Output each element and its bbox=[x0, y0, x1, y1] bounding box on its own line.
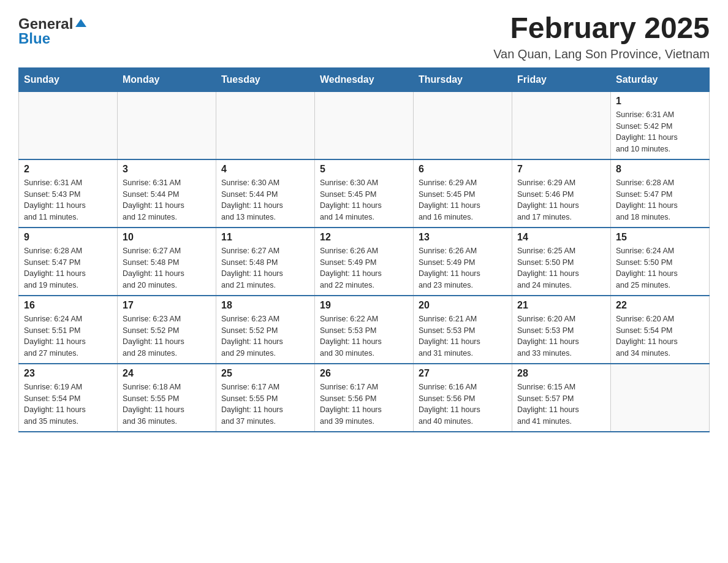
calendar-cell bbox=[19, 91, 118, 159]
day-number: 6 bbox=[419, 164, 507, 175]
day-info: Sunrise: 6:25 AMSunset: 5:50 PMDaylight:… bbox=[517, 247, 579, 289]
day-number: 11 bbox=[221, 232, 309, 243]
day-info: Sunrise: 6:28 AMSunset: 5:47 PMDaylight:… bbox=[24, 247, 86, 289]
weekday-header-monday: Monday bbox=[118, 67, 216, 91]
day-number: 13 bbox=[419, 232, 507, 243]
calendar-cell: 5Sunrise: 6:30 AMSunset: 5:45 PMDaylight… bbox=[315, 159, 414, 228]
day-number: 3 bbox=[123, 164, 211, 175]
weekday-header-sunday: Sunday bbox=[19, 67, 118, 91]
day-number: 2 bbox=[24, 164, 112, 175]
weekday-header-saturday: Saturday bbox=[611, 67, 710, 91]
day-info: Sunrise: 6:31 AMSunset: 5:44 PMDaylight:… bbox=[123, 178, 184, 221]
calendar-cell: 14Sunrise: 6:25 AMSunset: 5:50 PMDayligh… bbox=[512, 228, 611, 296]
calendar-cell: 13Sunrise: 6:26 AMSunset: 5:49 PMDayligh… bbox=[414, 228, 512, 296]
calendar-cell: 21Sunrise: 6:20 AMSunset: 5:53 PMDayligh… bbox=[512, 296, 611, 364]
calendar-cell: 4Sunrise: 6:30 AMSunset: 5:44 PMDaylight… bbox=[216, 159, 315, 228]
calendar-cell: 3Sunrise: 6:31 AMSunset: 5:44 PMDaylight… bbox=[118, 159, 216, 228]
calendar-cell: 1Sunrise: 6:31 AMSunset: 5:42 PMDaylight… bbox=[611, 91, 710, 159]
page-header: General Blue February 2025 Van Quan, Lan… bbox=[18, 12, 710, 61]
day-number: 8 bbox=[616, 164, 704, 175]
title-section: February 2025 Van Quan, Lang Son Provinc… bbox=[493, 12, 710, 61]
day-number: 20 bbox=[419, 300, 507, 311]
calendar-cell: 6Sunrise: 6:29 AMSunset: 5:45 PMDaylight… bbox=[414, 159, 512, 228]
day-info: Sunrise: 6:24 AMSunset: 5:51 PMDaylight:… bbox=[24, 315, 86, 358]
day-info: Sunrise: 6:30 AMSunset: 5:44 PMDaylight:… bbox=[221, 178, 283, 221]
logo-blue-text: Blue bbox=[18, 30, 50, 47]
calendar-week-row: 23Sunrise: 6:19 AMSunset: 5:54 PMDayligh… bbox=[19, 364, 710, 432]
logo-triangle-icon bbox=[75, 19, 86, 27]
day-info: Sunrise: 6:29 AMSunset: 5:45 PMDaylight:… bbox=[419, 178, 480, 221]
day-info: Sunrise: 6:27 AMSunset: 5:48 PMDaylight:… bbox=[123, 247, 184, 289]
calendar-table: SundayMondayTuesdayWednesdayThursdayFrid… bbox=[18, 67, 710, 432]
day-number: 21 bbox=[517, 300, 605, 311]
day-info: Sunrise: 6:26 AMSunset: 5:49 PMDaylight:… bbox=[320, 247, 382, 289]
day-info: Sunrise: 6:20 AMSunset: 5:54 PMDaylight:… bbox=[616, 315, 678, 358]
weekday-header-tuesday: Tuesday bbox=[216, 67, 315, 91]
calendar-cell: 7Sunrise: 6:29 AMSunset: 5:46 PMDaylight… bbox=[512, 159, 611, 228]
day-number: 16 bbox=[24, 300, 112, 311]
day-number: 12 bbox=[320, 232, 408, 243]
calendar-week-row: 1Sunrise: 6:31 AMSunset: 5:42 PMDaylight… bbox=[19, 91, 710, 159]
calendar-cell: 26Sunrise: 6:17 AMSunset: 5:56 PMDayligh… bbox=[315, 364, 414, 432]
calendar-week-row: 2Sunrise: 6:31 AMSunset: 5:43 PMDaylight… bbox=[19, 159, 710, 228]
main-title: February 2025 bbox=[493, 12, 710, 45]
calendar-cell bbox=[118, 91, 216, 159]
day-number: 1 bbox=[616, 96, 704, 107]
day-number: 18 bbox=[221, 300, 309, 311]
calendar-cell: 20Sunrise: 6:21 AMSunset: 5:53 PMDayligh… bbox=[414, 296, 512, 364]
day-info: Sunrise: 6:17 AMSunset: 5:55 PMDaylight:… bbox=[221, 383, 283, 426]
calendar-cell: 9Sunrise: 6:28 AMSunset: 5:47 PMDaylight… bbox=[19, 228, 118, 296]
day-number: 14 bbox=[517, 232, 605, 243]
day-info: Sunrise: 6:27 AMSunset: 5:48 PMDaylight:… bbox=[221, 247, 283, 289]
calendar-cell: 22Sunrise: 6:20 AMSunset: 5:54 PMDayligh… bbox=[611, 296, 710, 364]
calendar-cell: 8Sunrise: 6:28 AMSunset: 5:47 PMDaylight… bbox=[611, 159, 710, 228]
calendar-cell: 18Sunrise: 6:23 AMSunset: 5:52 PMDayligh… bbox=[216, 296, 315, 364]
calendar-cell bbox=[216, 91, 315, 159]
day-number: 27 bbox=[419, 368, 507, 379]
day-number: 24 bbox=[123, 368, 211, 379]
day-info: Sunrise: 6:30 AMSunset: 5:45 PMDaylight:… bbox=[320, 178, 382, 221]
calendar-cell: 28Sunrise: 6:15 AMSunset: 5:57 PMDayligh… bbox=[512, 364, 611, 432]
day-number: 28 bbox=[517, 368, 605, 379]
day-info: Sunrise: 6:24 AMSunset: 5:50 PMDaylight:… bbox=[616, 247, 678, 289]
calendar-week-row: 9Sunrise: 6:28 AMSunset: 5:47 PMDaylight… bbox=[19, 228, 710, 296]
calendar-header: SundayMondayTuesdayWednesdayThursdayFrid… bbox=[19, 67, 710, 91]
day-number: 23 bbox=[24, 368, 112, 379]
day-info: Sunrise: 6:19 AMSunset: 5:54 PMDaylight:… bbox=[24, 383, 86, 426]
day-number: 22 bbox=[616, 300, 704, 311]
calendar-cell: 10Sunrise: 6:27 AMSunset: 5:48 PMDayligh… bbox=[118, 228, 216, 296]
day-number: 4 bbox=[221, 164, 309, 175]
weekday-header-row: SundayMondayTuesdayWednesdayThursdayFrid… bbox=[19, 67, 710, 91]
day-number: 7 bbox=[517, 164, 605, 175]
day-number: 17 bbox=[123, 300, 211, 311]
day-info: Sunrise: 6:21 AMSunset: 5:53 PMDaylight:… bbox=[419, 315, 480, 358]
calendar-cell: 2Sunrise: 6:31 AMSunset: 5:43 PMDaylight… bbox=[19, 159, 118, 228]
subtitle: Van Quan, Lang Son Province, Vietnam bbox=[493, 47, 710, 61]
weekday-header-friday: Friday bbox=[512, 67, 611, 91]
day-info: Sunrise: 6:18 AMSunset: 5:55 PMDaylight:… bbox=[123, 383, 184, 426]
day-info: Sunrise: 6:15 AMSunset: 5:57 PMDaylight:… bbox=[517, 383, 579, 426]
day-info: Sunrise: 6:17 AMSunset: 5:56 PMDaylight:… bbox=[320, 383, 382, 426]
calendar-cell bbox=[611, 364, 710, 432]
calendar-week-row: 16Sunrise: 6:24 AMSunset: 5:51 PMDayligh… bbox=[19, 296, 710, 364]
calendar-cell: 12Sunrise: 6:26 AMSunset: 5:49 PMDayligh… bbox=[315, 228, 414, 296]
day-info: Sunrise: 6:22 AMSunset: 5:53 PMDaylight:… bbox=[320, 315, 382, 358]
calendar-cell bbox=[315, 91, 414, 159]
calendar-cell: 15Sunrise: 6:24 AMSunset: 5:50 PMDayligh… bbox=[611, 228, 710, 296]
day-number: 10 bbox=[123, 232, 211, 243]
weekday-header-thursday: Thursday bbox=[414, 67, 512, 91]
day-info: Sunrise: 6:28 AMSunset: 5:47 PMDaylight:… bbox=[616, 178, 678, 221]
calendar-cell: 27Sunrise: 6:16 AMSunset: 5:56 PMDayligh… bbox=[414, 364, 512, 432]
day-info: Sunrise: 6:31 AMSunset: 5:42 PMDaylight:… bbox=[616, 110, 678, 153]
day-info: Sunrise: 6:26 AMSunset: 5:49 PMDaylight:… bbox=[419, 247, 480, 289]
weekday-header-wednesday: Wednesday bbox=[315, 67, 414, 91]
day-info: Sunrise: 6:29 AMSunset: 5:46 PMDaylight:… bbox=[517, 178, 579, 221]
day-info: Sunrise: 6:23 AMSunset: 5:52 PMDaylight:… bbox=[221, 315, 283, 358]
calendar-cell: 17Sunrise: 6:23 AMSunset: 5:52 PMDayligh… bbox=[118, 296, 216, 364]
day-number: 26 bbox=[320, 368, 408, 379]
calendar-body: 1Sunrise: 6:31 AMSunset: 5:42 PMDaylight… bbox=[19, 91, 710, 432]
day-number: 15 bbox=[616, 232, 704, 243]
day-number: 5 bbox=[320, 164, 408, 175]
day-number: 9 bbox=[24, 232, 112, 243]
day-number: 19 bbox=[320, 300, 408, 311]
